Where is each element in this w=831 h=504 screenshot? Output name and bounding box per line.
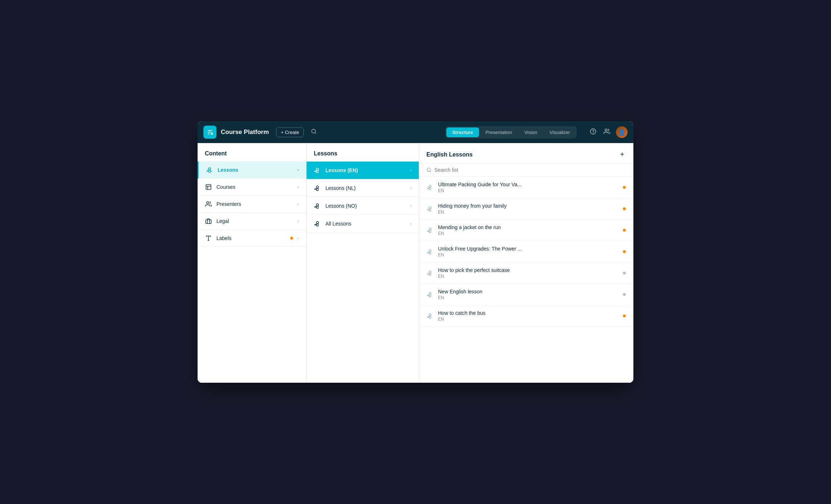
list-item[interactable]: Mending a jacket on the run EN [419, 220, 633, 241]
sidebar-item-lessons[interactable]: Lessons › [198, 162, 306, 179]
app-logo [203, 126, 216, 139]
legal-icon [205, 218, 212, 225]
lesson-lang: EN [438, 188, 619, 193]
sidebar-item-courses[interactable]: Courses › [198, 179, 306, 196]
svg-point-31 [429, 292, 431, 294]
sidebar-item-labels[interactable]: Labels › [198, 230, 306, 247]
lesson-item-icon [426, 291, 434, 298]
right-panel-title: English Lessons [426, 151, 473, 158]
lesson-group-nl-arrow: › [410, 186, 412, 191]
tab-visualizer[interactable]: Visualizer [544, 127, 576, 137]
main-content: Content Lessons › [198, 143, 633, 383]
lesson-group-no-arrow: › [410, 203, 412, 208]
svg-point-12 [316, 168, 319, 170]
svg-point-0 [211, 133, 213, 135]
list-item[interactable]: How to pick the perfect suitcase EN [419, 263, 633, 284]
status-dot [623, 272, 626, 275]
list-item[interactable]: Hiding money from your family EN [419, 198, 633, 220]
lesson-item-icon [426, 312, 434, 320]
lesson-group-no[interactable]: Lessons (NO) › [307, 197, 419, 215]
status-dot [623, 207, 626, 210]
middle-panel-title: Lessons [307, 143, 419, 162]
lesson-item-icon [426, 227, 434, 234]
labels-arrow: › [297, 236, 299, 241]
status-dot [623, 250, 626, 253]
header-actions: 👤 [588, 126, 628, 138]
lesson-group-en-icon [314, 167, 321, 174]
add-lesson-button[interactable]: + [619, 150, 626, 159]
svg-rect-6 [209, 170, 211, 172]
lesson-group-all[interactable]: All Lessons › [307, 215, 419, 233]
sidebar-item-legal[interactable]: Legal › [198, 213, 306, 230]
lesson-group-en[interactable]: Lessons (EN) › [307, 162, 419, 179]
svg-point-18 [316, 221, 319, 224]
lessons-icon [206, 166, 213, 174]
lesson-group-all-arrow: › [410, 221, 412, 226]
lesson-lang: EN [438, 295, 619, 300]
status-dot [623, 186, 626, 189]
global-search-button[interactable] [308, 127, 320, 138]
user-avatar[interactable]: 👤 [616, 126, 628, 138]
svg-rect-32 [429, 295, 431, 297]
legal-arrow: › [297, 219, 299, 224]
lesson-group-all-icon [314, 220, 321, 227]
lesson-lang: EN [438, 210, 619, 215]
lesson-group-no-icon [314, 202, 321, 210]
courses-arrow: › [297, 184, 299, 190]
lesson-lang: EN [438, 231, 619, 236]
lesson-info: New English lesson EN [438, 289, 619, 300]
svg-rect-17 [317, 206, 319, 208]
labels-icon [205, 235, 212, 242]
list-item[interactable]: How to catch the bus EN [419, 305, 633, 327]
app-window: Course Platform + Create Structure Prese… [198, 121, 633, 383]
search-bar [419, 163, 633, 177]
lesson-group-en-label: Lessons (EN) [325, 167, 406, 173]
presenters-icon [205, 200, 212, 208]
lesson-title: Mending a jacket on the run [438, 224, 619, 230]
right-panel-header: English Lessons + [419, 143, 633, 163]
tab-structure[interactable]: Structure [446, 127, 479, 137]
status-dot [623, 293, 626, 296]
search-bar-icon [426, 167, 431, 172]
left-panel: Content Lessons › [198, 143, 307, 383]
app-header: Course Platform + Create Structure Prese… [198, 121, 633, 143]
lesson-title: Ultimate Packing Guide for Your Va... [438, 182, 619, 187]
lesson-item-icon [426, 205, 434, 212]
lesson-group-en-arrow: › [410, 168, 412, 173]
app-title: Course Platform [221, 129, 269, 136]
sidebar-item-presenters[interactable]: Presenters › [198, 196, 306, 213]
lesson-lang: EN [438, 274, 619, 279]
help-button[interactable] [588, 127, 598, 138]
svg-rect-13 [317, 171, 319, 173]
lesson-title: Unlock Free Upgrades: The Power ... [438, 246, 619, 252]
right-panel: English Lessons + Ultimate Packing Guide… [419, 143, 633, 383]
list-item[interactable]: Unlock Free Upgrades: The Power ... EN [419, 241, 633, 263]
lesson-lang: EN [438, 252, 619, 257]
tab-vision[interactable]: Vision [519, 127, 543, 137]
lessons-label: Lessons [218, 167, 293, 173]
svg-rect-19 [317, 224, 319, 226]
middle-panel: Lessons Lessons (EN) › [307, 143, 419, 383]
svg-point-23 [429, 207, 431, 209]
svg-point-4 [605, 129, 607, 131]
legal-label: Legal [216, 218, 293, 224]
tab-presentation[interactable]: Presentation [480, 127, 518, 137]
labels-label: Labels [216, 235, 293, 241]
labels-dot-badge [290, 237, 293, 240]
search-input[interactable] [434, 167, 626, 173]
create-button[interactable]: + Create [276, 127, 304, 137]
list-item[interactable]: New English lesson EN [419, 284, 633, 305]
svg-point-8 [207, 202, 209, 204]
list-item[interactable]: Ultimate Packing Guide for Your Va... EN [419, 177, 633, 198]
lesson-item-icon [426, 269, 434, 277]
svg-point-20 [427, 168, 430, 171]
status-dot [623, 314, 626, 317]
lesson-group-nl[interactable]: Lessons (NL) › [307, 179, 419, 197]
notifications-button[interactable] [602, 127, 612, 138]
lesson-info: How to pick the perfect suitcase EN [438, 267, 619, 279]
lesson-info: Mending a jacket on the run EN [438, 224, 619, 236]
courses-label: Courses [216, 184, 293, 190]
lesson-group-no-label: Lessons (NO) [325, 203, 406, 209]
courses-icon [205, 183, 212, 191]
lesson-title: How to catch the bus [438, 310, 619, 316]
